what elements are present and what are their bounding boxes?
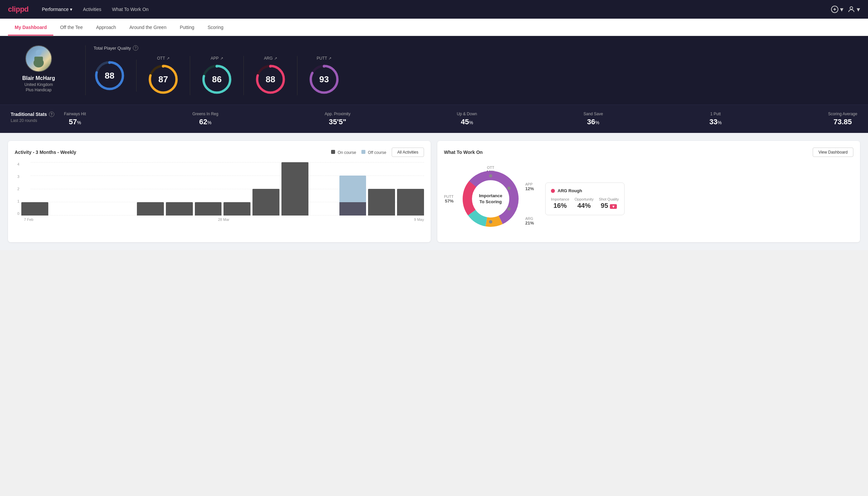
all-activities-button[interactable]: All Activities bbox=[392, 148, 424, 157]
user-menu-button[interactable]: ▾ bbox=[847, 5, 860, 13]
stat-fairways-hit: Fairways Hit 57% bbox=[64, 112, 86, 126]
stat-up-and-down: Up & Down 45% bbox=[457, 112, 477, 126]
putt-donut-label: PUTT 57% bbox=[444, 195, 454, 203]
bar-col-9 bbox=[282, 162, 309, 216]
bar-col-11 bbox=[340, 162, 366, 216]
bar-col-6 bbox=[195, 162, 222, 216]
arg-value: 88 bbox=[254, 63, 286, 95]
what-to-work-on-card: What To Work On View Dashboard OTT 10% A… bbox=[437, 141, 860, 242]
stats-bar: Traditional Stats ? Last 20 rounds Fairw… bbox=[0, 105, 868, 133]
gauge-putt: 93 bbox=[308, 63, 340, 95]
chart-legend: On course Off course bbox=[331, 150, 386, 155]
activity-card: Activity - 3 Months - Weekly On course O… bbox=[8, 141, 431, 242]
nav-activities[interactable]: Activities bbox=[83, 7, 101, 12]
bar-col-5 bbox=[166, 162, 193, 216]
svg-point-3 bbox=[850, 7, 853, 9]
arg-rough-title: ARG Rough bbox=[557, 188, 582, 193]
bottom-section: Activity - 3 Months - Weekly On course O… bbox=[0, 133, 868, 250]
score-ott: OTT ↗ 87 bbox=[137, 56, 190, 95]
donut-area: OTT 10% APP 12% ARG 21% PUTT 57% bbox=[444, 162, 537, 235]
view-dashboard-button[interactable]: View Dashboard bbox=[813, 148, 853, 157]
score-app: APP ↗ 86 bbox=[190, 56, 244, 95]
bar-col-3 bbox=[108, 162, 135, 216]
help-icon[interactable]: ? bbox=[133, 45, 138, 51]
nav-performance[interactable]: Performance ▾ bbox=[42, 7, 72, 12]
player-name: Blair McHarg bbox=[22, 75, 55, 81]
wtwo-title: What To Work On bbox=[444, 150, 483, 155]
hero-section: Blair McHarg United Kingdom Plus Handica… bbox=[0, 36, 868, 105]
wtw-metrics: Importance 16% Opportunity 44% Shot Qual… bbox=[551, 197, 619, 210]
quality-title: Total Player Quality ? bbox=[94, 45, 857, 51]
tab-around-the-green[interactable]: Around the Green bbox=[123, 19, 173, 36]
ott-value: 87 bbox=[147, 63, 179, 95]
on-course-legend-dot bbox=[331, 150, 335, 154]
stat-app-proximity: App. Proximity 35'5" bbox=[325, 112, 350, 126]
bar-col-1 bbox=[50, 162, 77, 216]
stats-help-icon[interactable]: ? bbox=[49, 112, 54, 117]
player-info: Blair McHarg United Kingdom Plus Handica… bbox=[11, 45, 77, 92]
bar-col-10 bbox=[311, 162, 337, 216]
avatar bbox=[25, 45, 52, 72]
arg-donut-label: ARG 21% bbox=[525, 217, 534, 226]
bar-col-0 bbox=[21, 162, 48, 216]
putt-value: 93 bbox=[308, 63, 340, 95]
stat-sand-save: Sand Save 36% bbox=[584, 112, 603, 126]
app-value: 86 bbox=[201, 63, 233, 95]
stats-label-group: Traditional Stats ? Last 20 rounds bbox=[11, 112, 64, 123]
svg-rect-6 bbox=[34, 57, 43, 64]
bar-chart-container: 4 3 2 1 0 bbox=[15, 162, 424, 221]
tab-my-dashboard[interactable]: My Dashboard bbox=[8, 19, 53, 36]
gauge-ott: 87 bbox=[147, 63, 179, 95]
player-country: United Kingdom bbox=[24, 82, 53, 87]
wtwo-card-header: What To Work On View Dashboard bbox=[444, 148, 853, 157]
bar-col-8 bbox=[252, 162, 280, 216]
bar-col-7 bbox=[223, 162, 251, 216]
app-donut-label: APP 12% bbox=[525, 182, 534, 191]
activity-card-header: Activity - 3 Months - Weekly On course O… bbox=[15, 148, 424, 157]
bar-col-12 bbox=[368, 162, 395, 216]
scores-row: 88 OTT ↗ 87 bbox=[94, 56, 857, 95]
tpq-value: 88 bbox=[94, 60, 126, 92]
importance-metric: Importance 16% bbox=[551, 197, 569, 210]
stat-items: Fairways Hit 57% Greens In Reg 62% App. … bbox=[64, 112, 857, 126]
tab-off-the-tee[interactable]: Off the Tee bbox=[53, 19, 89, 36]
donut-center: Importance To Scoring bbox=[457, 166, 524, 232]
stat-greens-in-reg: Greens In Reg 62% bbox=[192, 112, 218, 126]
player-handicap: Plus Handicap bbox=[26, 88, 51, 92]
donut-section: OTT 10% APP 12% ARG 21% PUTT 57% bbox=[444, 162, 853, 235]
score-tpq: 88 bbox=[94, 60, 137, 92]
gauge-arg: 88 bbox=[254, 63, 286, 95]
off-course-legend-dot bbox=[361, 150, 365, 154]
tab-approach[interactable]: Approach bbox=[89, 19, 123, 36]
add-button[interactable]: ▾ bbox=[831, 5, 843, 13]
tab-putting[interactable]: Putting bbox=[173, 19, 201, 36]
gauge-tpq: 88 bbox=[94, 60, 126, 92]
score-putt: PUTT ↗ 93 bbox=[297, 56, 351, 95]
activity-card-title: Activity - 3 Months - Weekly bbox=[15, 150, 76, 155]
quality-section: Total Player Quality ? 88 OTT bbox=[94, 45, 857, 95]
tab-scoring[interactable]: Scoring bbox=[201, 19, 230, 36]
gauge-app: 86 bbox=[201, 63, 233, 95]
stat-1-putt: 1 Putt 33% bbox=[709, 112, 722, 126]
shot-quality-badge: ▼ bbox=[610, 204, 617, 209]
opportunity-metric: Opportunity 44% bbox=[574, 197, 594, 210]
bar-col-13 bbox=[397, 162, 424, 216]
stat-scoring-average: Scoring Average 73.85 bbox=[828, 112, 857, 126]
bar-col-2 bbox=[79, 162, 106, 216]
bar-chart bbox=[21, 162, 424, 216]
svg-point-4 bbox=[36, 50, 41, 55]
arg-dot bbox=[551, 189, 555, 193]
logo: clippd bbox=[8, 5, 29, 14]
y-axis: 4 3 2 1 0 bbox=[15, 162, 21, 216]
shot-quality-metric: Shot Quality 95 ▼ bbox=[599, 197, 619, 210]
nav-right: ▾ ▾ bbox=[831, 5, 860, 13]
wtw-info-card: ARG Rough Importance 16% Opportunity 44%… bbox=[545, 183, 625, 215]
divider bbox=[85, 45, 85, 95]
score-arg: ARG ↗ 88 bbox=[244, 56, 297, 95]
x-axis: 7 Feb 28 Mar 9 May bbox=[15, 216, 424, 221]
bar-col-4 bbox=[137, 162, 164, 216]
nav-what-to-work-on[interactable]: What To Work On bbox=[112, 7, 148, 12]
donut-chart: Importance To Scoring bbox=[457, 166, 524, 232]
top-nav: clippd Performance ▾ Activities What To … bbox=[0, 0, 868, 19]
tabs-bar: My Dashboard Off the Tee Approach Around… bbox=[0, 19, 868, 36]
